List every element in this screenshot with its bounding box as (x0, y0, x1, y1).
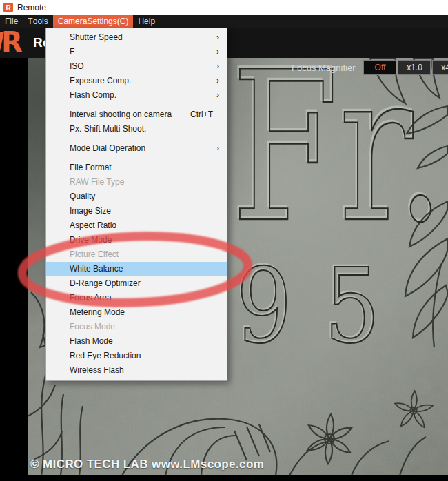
menu-item-focus-mode: Focus Mode (46, 320, 227, 334)
menu-item-label: Px. Shift Multi Shoot. (70, 124, 146, 134)
menu-item-label: Exposure Comp. (70, 76, 131, 85)
menu-item-red-eye-reduction[interactable]: Red Eye Reduction (46, 349, 227, 363)
menu-item-metering-mode[interactable]: Metering Mode (46, 305, 227, 320)
menu-item-label: Mode Dial Operation (70, 143, 145, 153)
menu-item-drive-mode[interactable]: Drive Mode (46, 233, 227, 247)
menu-item-quality[interactable]: Quality (46, 190, 227, 204)
menu-item-label: Image Size (70, 206, 111, 216)
focus-magnifier-label: Focus Magnifier (292, 63, 355, 73)
menu-item-label: Picture Effect (70, 249, 119, 259)
menu-item-label: Flash Mode (70, 336, 113, 346)
menu-item-wireless-flash[interactable]: Wireless Flash (46, 363, 227, 378)
menu-item-label: D-Range Optimizer (70, 278, 141, 288)
submenu-arrow-icon: › (216, 74, 219, 88)
menu-item-label: Interval shooting on camera (70, 110, 172, 119)
menu-item-label: Focus Mode (70, 322, 115, 331)
menu-item-px-shift-multi-shoot[interactable]: Px. Shift Multi Shoot. (46, 122, 227, 136)
menu-item-interval-shooting-on-camera[interactable]: Interval shooting on cameraCtrl+T (46, 108, 227, 122)
menu-separator (48, 139, 225, 139)
copyright-text: © MICRO TECH LAB www.LMscope.com (30, 458, 264, 471)
menu-separator (48, 158, 225, 158)
menu-item-shutter-speed[interactable]: Shutter Speed› (46, 30, 227, 45)
menu-item-flash-mode[interactable]: Flash Mode (46, 334, 227, 349)
menu-item-aspect-ratio[interactable]: Aspect Ratio (46, 218, 227, 233)
submenu-arrow-icon: › (216, 141, 219, 156)
menubar-item-tools[interactable]: Tools (23, 15, 52, 28)
menu-item-white-balance[interactable]: White Balance (46, 262, 227, 276)
submenu-arrow-icon: › (216, 59, 219, 74)
menu-item-exposure-comp[interactable]: Exposure Comp.› (46, 74, 227, 88)
menubar-item-file[interactable]: File (0, 15, 23, 28)
remote-logo-icon: R (1, 27, 21, 57)
menu-item-file-format[interactable]: File Format (46, 161, 227, 175)
menubar-item-camerasettings-c[interactable]: CameraSettings(C) (53, 15, 134, 28)
menu-item-label: F (70, 47, 74, 57)
menu-item-label: Quality (70, 192, 95, 201)
submenu-arrow-icon: › (216, 88, 219, 103)
menu-item-label: Drive Mode (70, 235, 112, 245)
menu-item-label: White Balance (70, 264, 123, 274)
menu-item-label: File Format (70, 163, 112, 172)
menu-item-mode-dial-operation[interactable]: Mode Dial Operation› (46, 141, 227, 156)
coin-engraving-fr: Fr. (232, 58, 445, 268)
submenu-arrow-icon: › (216, 45, 219, 59)
focus-magnifier-group: Focus Magnifier Offx1.0x4.7 (292, 60, 448, 75)
menu-item-label: Metering Mode (70, 307, 125, 317)
focus-magnifier-button-x1-0[interactable]: x1.0 (398, 60, 431, 75)
window-title: Remote (17, 3, 46, 12)
menu-item-label: Shutter Speed (70, 32, 123, 42)
menubar: FileToolsCameraSettings(C)Help (0, 15, 448, 28)
menu-item-label: Red Eye Reduction (70, 351, 141, 360)
titlebar: R Remote (0, 0, 448, 15)
menu-item-f[interactable]: F› (46, 45, 227, 59)
remote-app-window: Fr. Fr. 95 95 (0, 0, 448, 481)
menu-item-d-range-optimizer[interactable]: D-Range Optimizer (46, 276, 227, 291)
focus-magnifier-button-off[interactable]: Off (363, 60, 396, 75)
menu-item-focus-area[interactable]: Focus Area (46, 291, 227, 305)
menu-item-shortcut: Ctrl+T (190, 108, 213, 122)
menu-item-iso[interactable]: ISO› (46, 59, 227, 74)
menu-item-flash-comp[interactable]: Flash Comp.› (46, 88, 227, 103)
menu-separator (48, 105, 225, 105)
menu-item-picture-effect: Picture Effect (46, 247, 227, 262)
coin-engraving-95: 95 (236, 246, 413, 367)
menu-item-image-size[interactable]: Image Size (46, 204, 227, 218)
menu-item-raw-file-type: RAW File Type (46, 175, 227, 190)
app-icon: R (3, 3, 13, 12)
menu-item-label: Aspect Ratio (70, 221, 116, 230)
submenu-arrow-icon: › (216, 30, 219, 45)
menu-item-label: Focus Area (70, 293, 112, 303)
menu-item-label: ISO (70, 61, 84, 71)
menu-item-label: RAW File Type (70, 177, 124, 187)
camera-settings-menu: Shutter Speed›F›ISO›Exposure Comp.›Flash… (45, 28, 227, 381)
focus-magnifier-button-x4-7[interactable]: x4.7 (432, 60, 448, 75)
menu-item-label: Flash Comp. (70, 90, 116, 100)
menu-item-label: Wireless Flash (70, 365, 124, 375)
menubar-item-help[interactable]: Help (133, 15, 160, 28)
